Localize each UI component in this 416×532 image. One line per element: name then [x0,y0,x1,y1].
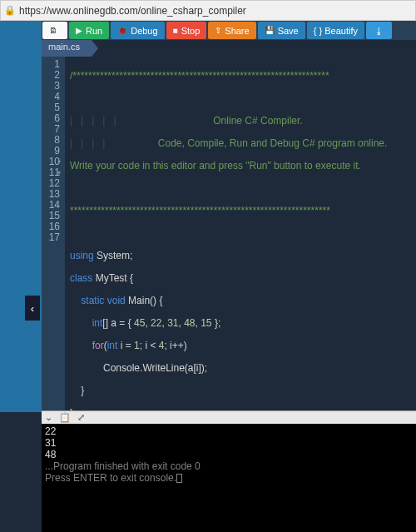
chevron-down-icon[interactable]: ⌄ [45,412,52,423]
save-button[interactable]: 💾Save [258,22,305,39]
console-line: 22 [45,425,413,437]
share-button[interactable]: ⇪Share [208,22,255,39]
address-bar: 🔒 [0,0,416,21]
copy-icon[interactable]: 📋 [59,412,71,423]
run-label: Run [86,26,102,36]
collapse-sidebar-button[interactable]: ‹ [25,296,40,321]
new-file-button[interactable]: 🗎 [42,22,67,39]
debug-label: Debug [131,26,157,36]
tab-bar: main.cs [42,40,416,57]
save-label: Save [278,26,299,36]
chevron-left-icon: ‹ [31,302,34,315]
console-line: Press ENTER to exit console. [45,472,413,484]
stop-button[interactable]: ■Stop [166,22,207,39]
stop-label: Stop [181,26,201,36]
share-icon: ⇪ [215,26,221,35]
code-content: /***************************************… [65,57,387,410]
download-icon: ⭳ [374,26,384,36]
url-input[interactable] [19,5,412,17]
console-line: 48 [45,449,413,460]
download-button[interactable]: ⭳ [366,22,392,39]
gutter: 123456789 1011121314151617 [42,57,65,410]
sidebar: ‹ [0,21,42,412]
lock-icon: 🔒 [4,5,16,16]
console-line: 31 [45,437,413,449]
toolbar: 🗎 ▶Run 🐞Debug ■Stop ⇪Share 💾Save { } Bea… [42,21,416,40]
beautify-label: { } Beautify [314,26,358,36]
file-icon: 🗎 [49,26,57,35]
console-line: ...Program finished with exit code 0 [45,460,413,472]
expand-icon[interactable]: ⤢ [77,412,85,423]
console-toolbar: ⌄ 📋 ⤢ [42,410,416,424]
debug-button[interactable]: 🐞Debug [111,22,164,39]
run-button[interactable]: ▶Run [69,22,109,39]
file-tab[interactable]: main.cs [42,40,92,57]
main-area: 🗎 ▶Run 🐞Debug ■Stop ⇪Share 💾Save { } Bea… [42,21,416,532]
save-icon: 💾 [265,26,275,35]
stop-icon: ■ [173,26,178,35]
play-icon: ▶ [76,26,82,35]
share-label: Share [225,26,249,36]
console-output[interactable]: 22 31 48 ...Program finished with exit c… [42,424,416,532]
beautify-button[interactable]: { } Beautify [307,22,364,39]
bug-icon: 🐞 [117,26,127,35]
code-editor[interactable]: 123456789 1011121314151617 /************… [42,57,416,410]
cursor [176,474,182,483]
